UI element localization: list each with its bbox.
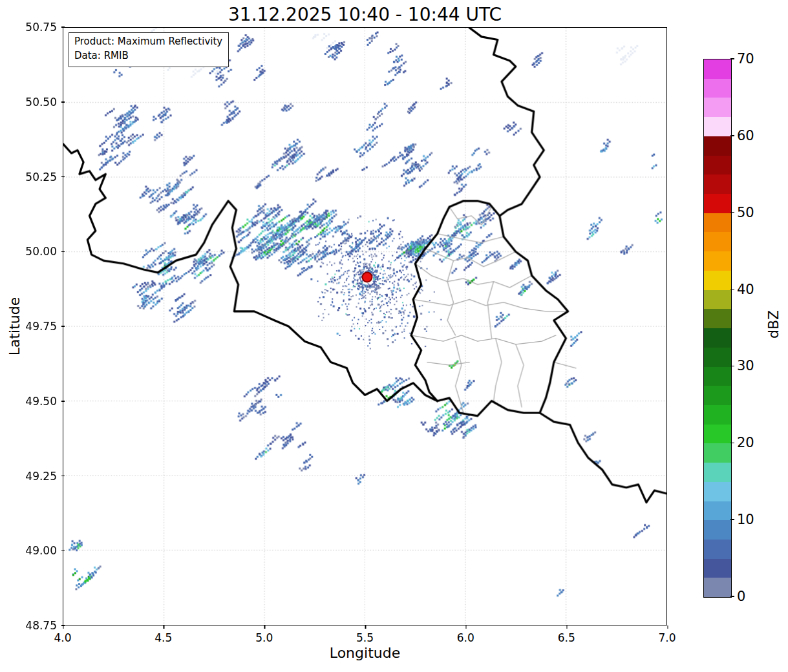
x-tick-label: 5.0 <box>255 625 273 644</box>
y-tick-label: 49.50 <box>25 395 57 408</box>
figure-title: 31.12.2025 10:40 - 10:44 UTC <box>63 4 667 25</box>
colorbar-unit-label: dBZ <box>765 310 782 339</box>
y-tick-label: 49.25 <box>25 470 57 483</box>
colorbar-cell <box>704 367 731 386</box>
colorbar-cell <box>704 59 731 79</box>
annotation-box: Product: Maximum Reflectivity Data: RMIB <box>69 32 229 67</box>
colorbar-cell <box>704 136 731 156</box>
radar-figure: 31.12.2025 10:40 - 10:44 UTC Product: Ma… <box>0 0 788 672</box>
colorbar <box>703 59 732 598</box>
colorbar-tick-label: 50 <box>737 205 754 220</box>
colorbar-cell <box>704 271 731 290</box>
colorbar-cell <box>704 559 731 578</box>
x-tick-label: 7.0 <box>658 625 676 644</box>
colorbar-tick-label: 20 <box>737 435 754 450</box>
colorbar-tick-label: 30 <box>737 358 754 373</box>
colorbar-cell <box>704 463 731 482</box>
plot-area: Product: Maximum Reflectivity Data: RMIB <box>63 27 667 625</box>
colorbar-cell <box>704 194 731 213</box>
colorbar-cell <box>704 251 731 271</box>
colorbar-cell <box>704 501 731 521</box>
colorbar-tick-label: 0 <box>737 589 745 604</box>
radar-site-marker <box>361 272 372 283</box>
colorbar-cell <box>704 156 731 175</box>
x-tick-label: 5.5 <box>356 625 374 644</box>
colorbar-tick-label: 10 <box>737 512 754 527</box>
colorbar-cell <box>704 482 731 501</box>
radar-map-canvas <box>63 28 666 625</box>
colorbar-cell <box>704 309 731 328</box>
colorbar-cell <box>704 578 731 597</box>
y-tick-label: 50.00 <box>25 245 57 258</box>
colorbar-cell <box>704 328 731 348</box>
colorbar-cell <box>704 98 731 117</box>
colorbar-cell <box>704 79 731 98</box>
colorbar-cell <box>704 443 731 463</box>
colorbar-cell <box>704 520 731 540</box>
colorbar-cell <box>704 213 731 233</box>
y-tick-label: 50.25 <box>25 171 57 184</box>
colorbar-cell <box>704 348 731 367</box>
y-tick-label: 48.75 <box>25 619 57 632</box>
y-tick-label: 49.00 <box>25 544 57 557</box>
colorbar-cell <box>704 540 731 559</box>
data-source-label: Data: RMIB <box>74 49 222 63</box>
y-tick-label: 49.75 <box>25 320 57 333</box>
y-axis-label: Latitude <box>6 297 23 356</box>
colorbar-cell <box>704 290 731 310</box>
product-label: Product: Maximum Reflectivity <box>74 35 222 49</box>
colorbar-tick-label: 40 <box>737 282 754 297</box>
colorbar-cell <box>704 174 731 194</box>
y-tick-label: 50.75 <box>25 21 57 34</box>
y-tick-label: 50.50 <box>25 96 57 109</box>
colorbar-cell <box>704 386 731 405</box>
colorbar-cell <box>704 232 731 251</box>
x-tick-label: 6.5 <box>558 625 575 644</box>
colorbar-tick-label: 70 <box>737 51 754 67</box>
x-tick-label: 4.5 <box>154 625 172 644</box>
x-axis-label: Longitude <box>63 645 667 661</box>
colorbar-cell <box>704 425 731 444</box>
colorbar-tick-label: 60 <box>737 128 754 143</box>
colorbar-cell <box>704 405 731 425</box>
colorbar-cell <box>704 117 731 136</box>
x-tick-label: 6.0 <box>457 625 474 644</box>
